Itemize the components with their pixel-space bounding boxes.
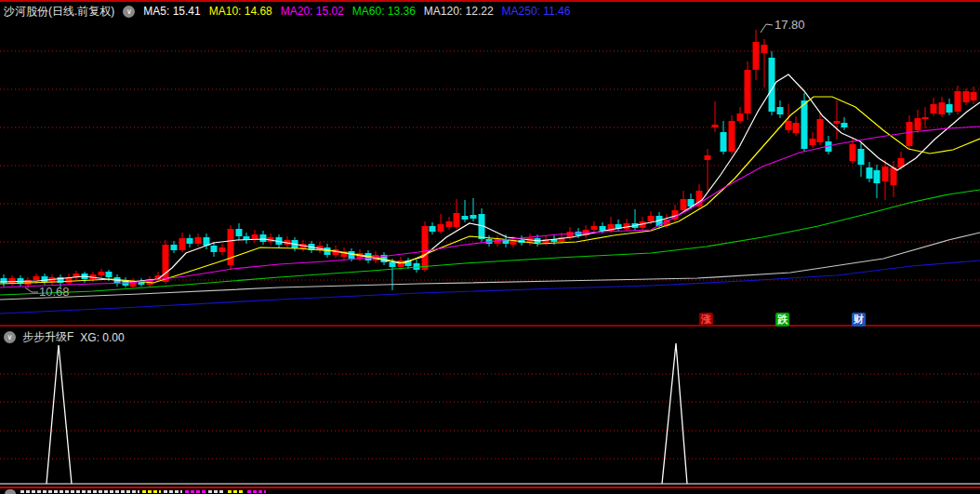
ma5-legend: MA5: 15.41 xyxy=(143,5,200,18)
clipped-text-segment xyxy=(20,490,139,493)
clipped-text-segment xyxy=(208,490,225,493)
finance-button[interactable]: 财 xyxy=(852,313,866,327)
signal-collapse-chevron-icon[interactable]: ∨ xyxy=(4,331,16,343)
main-chart-header: 沙河股份(日线.前复权) ∨ MA5: 15.41 MA10: 14.68 MA… xyxy=(4,4,570,19)
signal-xg-value: XG: 0.00 xyxy=(80,331,124,344)
app-window: 沙河股份(日线.前复权) ∨ MA5: 15.41 MA10: 14.68 MA… xyxy=(0,0,980,494)
clipped-text-segment xyxy=(142,490,161,493)
rise-button[interactable]: 涨 xyxy=(699,313,713,327)
candlestick-chart[interactable] xyxy=(0,0,980,494)
low-price-label: 10.68 xyxy=(39,285,70,299)
stock-title: 沙河股份(日线.前复权) xyxy=(4,4,114,20)
collapse-chevron-icon[interactable]: ∨ xyxy=(123,6,135,18)
ma120-legend: MA120: 12.22 xyxy=(424,5,494,18)
clipped-text-segment xyxy=(164,490,182,493)
signal-panel-title: 步步升级F xyxy=(22,329,73,345)
fall-button[interactable]: 跌 xyxy=(775,313,789,327)
clipped-text-segment xyxy=(247,490,266,493)
clipped-chevron-icon xyxy=(5,489,16,494)
clipped-text-segment xyxy=(185,490,205,493)
ma250-legend: MA250: 11.46 xyxy=(502,5,571,18)
ma10-legend: MA10: 14.68 xyxy=(209,5,272,18)
ma60-legend: MA60: 13.36 xyxy=(352,5,416,18)
next-panel-clipped-header xyxy=(0,489,980,494)
signal-panel-header: ∨ 步步升级F XG: 0.00 xyxy=(4,329,125,345)
ma20-legend: MA20: 15.02 xyxy=(281,5,344,18)
high-price-label: 17.80 xyxy=(775,18,805,32)
clipped-text-segment xyxy=(228,490,245,493)
